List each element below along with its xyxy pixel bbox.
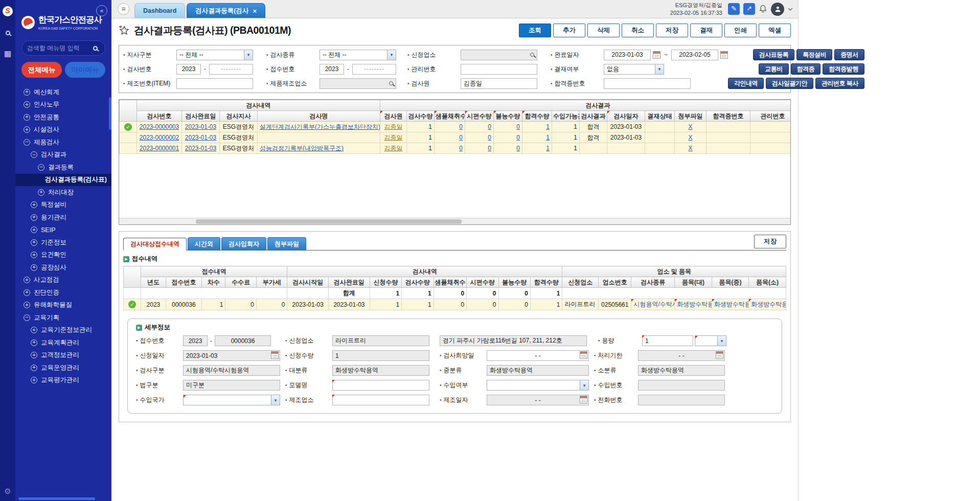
cell-link[interactable]: 0 [494,132,522,143]
my-menu-button[interactable]: 마이메뉴 [65,62,105,78]
table-row[interactable]: 2023-0000002 2023-01-03 ESG경영처 김종일 1 0 0… [120,132,791,143]
sidebar-item[interactable]: 유해화학물질 [15,299,111,312]
manufacturer-input[interactable] [332,395,429,405]
sidebar-item[interactable]: SEIP [15,224,111,237]
import-yn-select[interactable] [487,380,589,391]
external-link-icon[interactable] [743,3,755,15]
cell-link[interactable]: X [675,122,706,132]
search-button[interactable]: 조회 [519,24,551,37]
phone-input[interactable] [638,395,725,405]
table-row[interactable]: 2023-0000001 2023-01-03 ESG경영처 성능검정기록부(내… [120,143,791,154]
cell-link[interactable]: X [675,143,706,154]
sidebar-item[interactable]: 진단인증 [15,286,111,299]
delete-button[interactable]: 삭제 [587,24,620,37]
inspection-type-select[interactable]: -- 전체 -- [320,50,396,60]
inspector-input[interactable] [461,78,537,89]
all-menu-button[interactable]: 전체메뉴 [21,62,62,78]
save-button[interactable]: 저장 [656,24,688,37]
print-button[interactable]: 인쇄 [724,24,757,37]
calendar-icon[interactable] [720,51,728,59]
cell[interactable]: 시험용역/수탁시험용역 [631,299,675,310]
sidebar-item[interactable]: 교육기준정보관리 [15,324,111,337]
sidebar-item[interactable]: 인사노무 [15,99,111,111]
apply-date-input[interactable] [183,350,280,361]
cell[interactable]: 화생방수탁용역 [712,299,749,310]
approve-button[interactable]: 결재 [690,24,722,37]
settings-gear-icon[interactable] [4,487,11,496]
detail-save-button[interactable]: 저장 [754,235,786,248]
chevron-down-icon[interactable] [788,8,793,11]
horizontal-scrollbar[interactable] [119,218,790,224]
tab-overtime[interactable]: 시간외 [188,237,220,250]
sidebar-item[interactable]: 교육계획관리 [15,336,111,349]
tab-inspection-result[interactable]: 검사결과등록(검사 × [187,3,265,18]
maker-search-input[interactable] [320,78,396,89]
cell-link[interactable]: 김종일 [380,143,407,154]
inspection-no-year-input[interactable] [176,64,201,75]
cell[interactable]: 화생방수탁용역 [675,299,712,310]
receipt-no-year-input[interactable] [320,64,344,75]
cell-link[interactable]: 2023-01-03 [182,143,220,154]
menu-grid-icon[interactable] [4,50,11,57]
search-icon[interactable] [93,46,98,51]
scrollbar-thumb[interactable] [196,219,462,224]
cell-link[interactable]: 성능검정기록부(내압방폭구조) [258,143,380,154]
calendar-icon[interactable] [580,351,587,359]
cell-link[interactable]: 김종일 [380,132,407,143]
table-row[interactable]: 2023 0000036 1 0 0 2023-01-03 2023-01-03… [124,299,786,310]
calendar-icon[interactable] [653,51,660,59]
table-row[interactable]: 2023-0000003 2023-01-03 ESG경영처 설계단계검사기록부… [120,122,791,132]
cell-link[interactable]: 1 [522,143,552,154]
sidebar-horizontal-scrollbar[interactable] [18,497,95,500]
category2-input[interactable] [487,365,589,376]
manufacture-date-input[interactable] [487,395,589,405]
applicant-search-input[interactable] [461,50,537,60]
sidebar-scrollbar[interactable] [109,97,111,130]
import-country-select[interactable] [183,395,280,405]
receipt-year-input[interactable] [183,335,208,346]
calendar-icon[interactable] [580,396,587,403]
calendar-icon[interactable] [271,351,279,359]
bulk-draft-button[interactable]: 검사일괄기안 [766,78,813,89]
row-check-cell[interactable] [120,122,137,132]
sidebar-item[interactable]: 교육평가관리 [15,374,111,387]
close-icon[interactable]: × [253,7,257,15]
complete-date-to-input[interactable] [671,50,718,60]
tab-witness[interactable]: 검사입회자 [221,237,266,250]
sidebar-item[interactable]: 용기관리 [15,211,111,224]
capacity-unit-select[interactable] [695,335,726,346]
sidebar-item[interactable]: 특정설비 [15,199,111,212]
applicant-address-input[interactable] [440,335,587,346]
edit-icon[interactable] [728,3,740,15]
cell[interactable]: 화생방수탁용역 [749,299,786,310]
tab-dashboard[interactable]: Dashboard [134,3,185,18]
pass-cert-issue-button[interactable]: 합격증발행 [823,63,864,75]
law-gubun-input[interactable] [183,380,280,391]
hope-date-input[interactable] [487,350,589,361]
import-no-input[interactable] [638,380,725,391]
receipt-no-serial-input[interactable] [352,64,396,75]
tab-receipt-detail[interactable]: 검사대상접수내역 [123,238,187,250]
sidebar-item[interactable]: 교육기획 [15,311,111,324]
menu-search-input[interactable] [27,44,93,52]
tab-attachment[interactable]: 첨부파일 [267,237,306,250]
cell-link[interactable]: 0 [435,132,465,143]
cancel-button[interactable]: 취소 [622,24,654,37]
cell-link[interactable]: 1 [522,132,552,143]
sidebar-item[interactable]: 예산회계 [15,86,111,99]
search-icon[interactable] [389,81,393,85]
inspection-gubun-input[interactable] [183,365,280,376]
cell-link[interactable]: 2023-01-03 [182,122,220,132]
row-check-cell[interactable] [124,299,141,310]
sidebar-item[interactable]: 안전공통 [15,111,111,124]
category1-input[interactable] [332,365,429,376]
cell-link[interactable]: 2023-0000002 [137,132,182,143]
sidebar-item[interactable]: 기준정보 [15,236,111,249]
special-facility-button[interactable]: 특정설비 [796,49,832,60]
certificate-button[interactable]: 증명서 [834,49,864,60]
cell-link[interactable]: 2023-0000001 [137,143,182,154]
apply-qty-input[interactable] [332,350,429,361]
approval-status-select[interactable]: 없음 [604,64,664,75]
excel-button[interactable]: 엑셀 [759,24,791,37]
category3-input[interactable] [638,365,725,376]
